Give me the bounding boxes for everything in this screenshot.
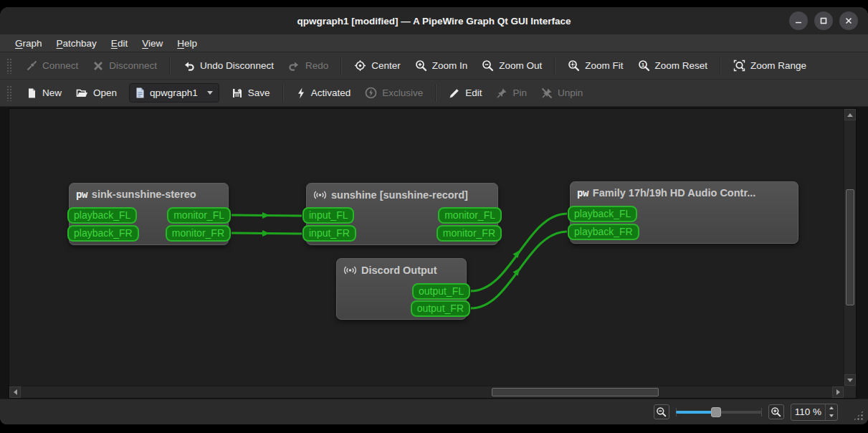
node-header: sunshine [sunshine-record] [307,184,497,201]
activated-button[interactable]: Activated [290,82,358,103]
menu-graph[interactable]: Graph [9,37,49,49]
triangle-right-icon [836,389,840,395]
redo-button[interactable]: Redo [282,55,335,76]
triangle-down-icon [847,379,853,382]
chevron-down-icon [207,91,213,95]
port-input-fr[interactable]: input_FR [302,225,356,242]
minimize-icon [794,16,803,25]
session-file-icon [135,87,145,98]
port-output-fl[interactable]: output_FL [412,283,470,300]
statusbar: 110 % [0,399,868,424]
session-name: qpwgraph1 [150,87,198,98]
open-button[interactable]: Open [70,82,123,103]
pin-icon [496,87,507,99]
scrollbar-corner [844,386,856,398]
zoom-in-button[interactable]: Zoom In [409,55,474,76]
scroll-right-button[interactable] [832,386,844,398]
port-input-fl[interactable]: input_FL [302,207,354,224]
minimize-button[interactable] [789,11,808,30]
exclusive-bolt-icon [365,87,377,99]
desktop-background: qpwgraph1 [modified] — A PipeWire Graph … [0,0,868,433]
port-playback-fr[interactable]: playback_FR [568,224,639,240]
window-title: qpwgraph1 [modified] — A PipeWire Graph … [297,16,571,27]
window-resize-grip[interactable] [853,410,864,421]
spin-arrows [825,404,837,420]
statusbar-zoom-out-button[interactable] [654,404,669,419]
menu-view[interactable]: View [135,37,169,49]
zoom-range-button[interactable]: Zoom Range [727,55,813,76]
toolbar-separator [720,57,721,75]
horizontal-scrollbar[interactable] [9,386,844,398]
edit-pencil-icon [449,87,460,99]
port-monitor-fl[interactable]: monitor_FL [438,207,502,224]
zoom-percent-spinbox[interactable]: 110 % [791,404,838,421]
zoom-slider-handle[interactable] [711,407,721,417]
zoom-in-icon [415,60,427,72]
connect-button[interactable]: Connect [19,55,85,76]
pipewire-icon: pw [577,187,588,199]
titlebar[interactable]: qpwgraph1 [modified] — A PipeWire Graph … [0,7,868,34]
port-playback-fl[interactable]: playback_FL [568,206,637,222]
close-icon [844,16,853,25]
svg-text:1: 1 [641,62,644,68]
maximize-icon [819,16,828,25]
graph-canvas[interactable]: pw sink-sunshine-stereo playback_FL play… [9,109,844,386]
horizontal-scrollbar-thumb[interactable] [492,388,659,396]
redo-icon [288,60,300,72]
zoom-slider[interactable] [676,406,762,419]
zoom-slider-fill [676,411,716,414]
toolbar-separator [340,57,342,75]
node-family-hd-audio[interactable]: pw Family 17h/19h HD Audio Contr... play… [570,181,798,244]
statusbar-zoom-in-button[interactable] [768,404,784,419]
node-sink-sunshine-stereo[interactable]: pw sink-sunshine-stereo playback_FL play… [69,183,229,245]
save-button[interactable]: Save [225,82,277,103]
session-selector[interactable]: qpwgraph1 [129,83,219,103]
zoom-fit-button[interactable]: Zoom Fit [561,55,629,76]
zoom-out-button[interactable]: Zoom Out [475,55,548,76]
scroll-down-button[interactable] [844,374,856,386]
disconnect-button[interactable]: Disconnect [86,55,163,76]
menu-patchbay[interactable]: Patchbay [50,37,103,49]
spin-down-button[interactable] [826,412,837,420]
toolbar-separator [435,85,437,102]
disconnect-icon [92,60,104,72]
port-monitor-fr[interactable]: monitor_FR [437,225,502,242]
pin-button[interactable]: Pin [490,82,533,103]
triangle-up-icon [829,406,834,409]
pipewire-icon: pw [76,189,87,200]
center-icon [354,60,366,72]
spin-up-button[interactable] [826,404,837,412]
port-monitor-fr[interactable]: monitor_FR [166,225,231,242]
vertical-scrollbar[interactable] [844,109,856,386]
scroll-left-button[interactable] [9,386,21,398]
maximize-button[interactable] [814,11,833,30]
port-output-fr[interactable]: output_FR [411,300,470,317]
port-playback-fl[interactable]: playback_FL [67,207,137,224]
activated-bolt-icon [296,87,306,99]
center-button[interactable]: Center [348,55,407,76]
vertical-scrollbar-thumb[interactable] [846,189,854,305]
new-button[interactable]: New [19,82,68,103]
port-monitor-fl[interactable]: monitor_FL [167,207,231,224]
menubar: Graph Patchbay Edit View Help [0,34,868,52]
menu-help[interactable]: Help [171,37,204,49]
toolbar-drag-handle[interactable] [6,58,12,74]
triangle-left-icon [14,389,17,395]
undo-disconnect-button[interactable]: Undo Disconnect [176,55,280,76]
toolbar-drag-handle[interactable] [6,85,12,101]
unpin-button[interactable]: Unpin [535,82,589,103]
node-sunshine[interactable]: sunshine [sunshine-record] input_FL inpu… [306,183,498,245]
edit-button[interactable]: Edit [442,82,488,103]
zoom-reset-button[interactable]: 1 Zoom Reset [631,55,715,76]
port-playback-fr[interactable]: playback_FR [67,225,139,242]
connect-icon [26,60,37,72]
scroll-up-button[interactable] [844,109,856,120]
toolbar-separator [169,57,171,75]
menu-edit[interactable]: Edit [105,37,134,49]
exclusive-button[interactable]: Exclusive [358,82,429,103]
node-discord-output[interactable]: Discord Output output_FL output_FR [336,258,467,320]
patchbay-toolbar: New Open qpwgraph1 [0,80,868,107]
undo-icon [183,60,195,72]
close-button[interactable] [839,11,858,30]
zoom-percent-value[interactable]: 110 % [791,404,825,420]
